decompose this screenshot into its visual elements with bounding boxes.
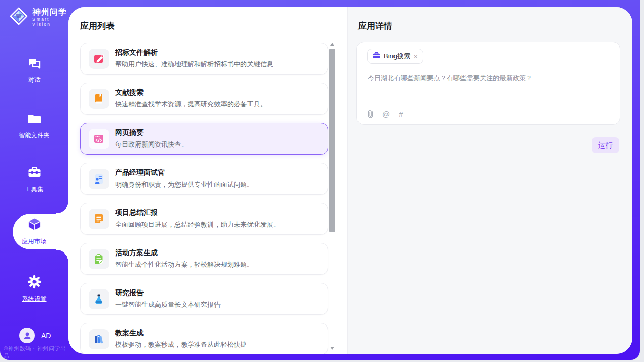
user-account[interactable]: AD [19, 328, 51, 343]
app-name: 文献搜索 [115, 88, 267, 97]
sidebar-item-label: 系统设置 [22, 295, 47, 303]
app-list-title: 应用列表 [80, 20, 115, 32]
literature-search-icon [89, 89, 109, 109]
pill-fillet-bottom [56, 249, 68, 262]
sidebar-item-chat[interactable]: 对话 [0, 56, 68, 84]
sidebar-item-toolset[interactable]: 工具集 [0, 165, 68, 194]
app-name: 产品经理面试官 [115, 168, 254, 177]
user-initials: AD [41, 332, 51, 340]
app-detail-pane: 应用详情 Bing搜索 × 今日湖北有哪些新闻要点？有哪些需要关注的最新政策？ [347, 7, 632, 354]
lesson-plan-icon [89, 329, 109, 349]
app-name: 活动方案生成 [115, 248, 254, 258]
brand-logo: 神州问学 Smart Vision [9, 7, 68, 28]
sidebar-item-app-market[interactable]: 应用市场 [0, 216, 68, 246]
copyright-footer: ©神州数码 · 神州问学出品 [4, 345, 68, 360]
hash-icon[interactable]: # [399, 110, 403, 118]
app-card-event-plan[interactable]: 活动方案生成 智能生成个性化活动方案，轻松解决规划难题。 [80, 243, 328, 275]
sidebar-item-settings[interactable]: 系统设置 [0, 275, 68, 303]
run-button[interactable]: 运行 [592, 137, 619, 153]
toolbox-icon [27, 165, 42, 182]
tool-tag-label: Bing搜索 [384, 52, 410, 61]
sidebar-item-label: 工具集 [25, 185, 44, 194]
app-card-lesson-plan[interactable]: 教案生成 模板驱动，教案秒成，教学准备从此轻松快捷 [80, 323, 328, 354]
research-report-icon [89, 289, 109, 309]
sidebar: 神州问学 Smart Vision 对话 智 [0, 0, 68, 360]
app-list-pane: 应用列表 招标文件解析 帮助用户快速、准确地理解和解析招标书中的关键信息 [68, 7, 347, 354]
gem-logo-icon [9, 7, 28, 28]
app-description: 全面回顾项目进展，总结经验教训，助力未来优化发展。 [115, 220, 280, 229]
brand-name: 神州问学 [32, 8, 68, 17]
app-card-research-report[interactable]: 研究报告 一键智能生成高质量长文本研究报告 [80, 283, 328, 315]
app-description: 智能生成个性化活动方案，轻松解决规划难题。 [115, 260, 254, 269]
sidebar-item-label: 智能文件夹 [19, 131, 50, 140]
chat-icon [27, 56, 42, 72]
close-icon[interactable]: × [414, 53, 418, 60]
briefcase-icon [373, 52, 380, 61]
app-name: 教案生成 [115, 329, 247, 338]
project-summary-icon [89, 209, 109, 229]
app-card-pm-interviewer[interactable]: 产品经理面试官 明确身份和职责，为您提供专业性的面试问题。 [80, 163, 328, 195]
scroll-up-arrow-icon[interactable] [330, 43, 334, 46]
app-card-web-summary[interactable]: 网页摘要 每日政府新闻资讯快查。 [80, 123, 328, 155]
app-description: 明确身份和职责，为您提供专业性的面试问题。 [115, 180, 254, 189]
brand-tagline: Smart Vision [32, 17, 68, 27]
cube-icon [27, 216, 42, 234]
avatar [19, 328, 35, 343]
attachment-icon[interactable] [367, 110, 374, 118]
app-name: 项目总结汇报 [115, 208, 280, 218]
sidebar-item-label: 应用市场 [22, 237, 47, 246]
scrollbar-thumb[interactable] [329, 49, 335, 232]
mention-icon[interactable]: @ [382, 110, 390, 118]
prompt-toolbar: @ # [367, 110, 403, 118]
prompt-input[interactable]: 今日湖北有哪些新闻要点？有哪些需要关注的最新政策？ [368, 74, 606, 83]
app-description: 帮助用户快速、准确地理解和解析招标书中的关键信息 [115, 60, 273, 69]
pm-interviewer-icon [89, 169, 109, 189]
app-description: 快速精准查找学术资源，提高研究效率的必备工具。 [115, 100, 267, 109]
gear-icon [27, 275, 42, 291]
app-card-bid-parse[interactable]: 招标文件解析 帮助用户快速、准确地理解和解析招标书中的关键信息 [80, 43, 328, 75]
app-description: 每日政府新闻资讯快查。 [115, 140, 188, 149]
app-description: 一键智能生成高质量长文本研究报告 [115, 300, 221, 309]
app-cards: 招标文件解析 帮助用户快速、准确地理解和解析招标书中的关键信息 文献搜索 [80, 43, 328, 354]
sidebar-item-label: 对话 [28, 76, 41, 84]
scroll-down-arrow-icon[interactable] [330, 347, 334, 350]
app-name: 招标文件解析 [115, 48, 273, 57]
sidebar-item-smart-folder[interactable]: 智能文件夹 [0, 112, 68, 140]
bid-document-icon [89, 49, 109, 69]
web-summary-icon [89, 129, 109, 149]
app-description: 模板驱动，教案秒成，教学准备从此轻松快捷 [115, 340, 247, 349]
app-list-scrollbar[interactable] [329, 42, 336, 352]
main-content: 应用列表 招标文件解析 帮助用户快速、准确地理解和解析招标书中的关键信息 [68, 7, 632, 354]
tool-tag-bing-search[interactable]: Bing搜索 × [367, 49, 423, 64]
app-name: 网页摘要 [115, 128, 188, 137]
folder-icon [27, 112, 42, 128]
prompt-card: Bing搜索 × 今日湖北有哪些新闻要点？有哪些需要关注的最新政策？ @ # [356, 42, 620, 125]
app-detail-title: 应用详情 [358, 20, 392, 32]
app-card-literature-search[interactable]: 文献搜索 快速精准查找学术资源，提高研究效率的必备工具。 [80, 83, 328, 115]
app-window-frame: 神州问学 Smart Vision 对话 智 [0, 0, 640, 360]
event-plan-icon [89, 249, 109, 269]
app-card-project-summary[interactable]: 项目总结汇报 全面回顾项目进展，总结经验教训，助力未来优化发展。 [80, 203, 328, 235]
pill-fillet-top [56, 202, 68, 214]
app-name: 研究报告 [115, 288, 221, 298]
